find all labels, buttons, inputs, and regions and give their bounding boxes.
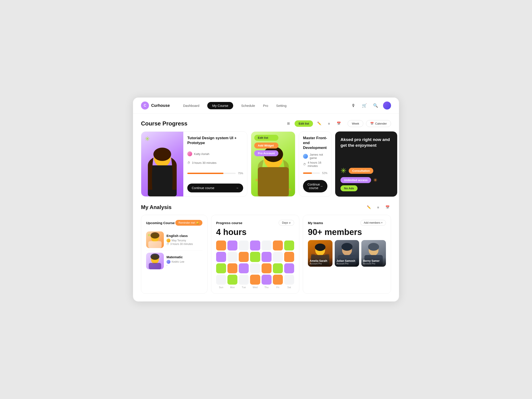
cell-2-3 <box>250 263 260 273</box>
cell-3-1 <box>228 275 237 285</box>
logo[interactable]: C Curhouse <box>141 101 170 109</box>
analysis-controls: ✏️ ≡ 📅 <box>365 204 391 211</box>
course-1-title: Tutorial Design system UI + Prototype <box>187 136 243 146</box>
upcoming-title: Upcoming Course <box>146 221 175 225</box>
member-card-0: Amelia Saraih Account Pro <box>308 240 332 267</box>
nav-dashboard[interactable]: Dashboard <box>183 104 199 108</box>
header: C Curhouse Dashboard My Course Schedule … <box>133 98 399 114</box>
course-1-duration: 3 hours 30 minutes <box>192 161 216 165</box>
upcoming-item-1-info: Matematic Kedric Lee - <box>166 255 184 267</box>
upcoming-item-1-author: Kedric Lee <box>166 260 184 264</box>
day-label-sat: Sat <box>284 286 294 289</box>
analysis-header: My Analysis ✏️ ≡ 📅 <box>141 204 391 211</box>
continue-btn-3-label: Continue course <box>307 183 320 190</box>
search-icon[interactable]: 🔍 <box>372 102 379 109</box>
course-progress-header: Course Progress ⊞ Edit list ✏️ ≡ 📅 Week … <box>141 120 391 127</box>
cell-2-4 <box>262 263 272 273</box>
members-grid: Amelia Saraih Account Pro <box>308 240 386 267</box>
nav-my-course[interactable]: My Course <box>207 102 233 109</box>
progress-course-header: Progress course Days ∨ <box>216 220 294 226</box>
logo-icon: C <box>141 101 149 109</box>
analysis-calendar-icon[interactable]: 📅 <box>384 204 391 211</box>
progress-bar-bg-1 <box>187 173 236 174</box>
deco-star-1: ✳ <box>145 135 150 143</box>
reminder-button[interactable]: Reminder me! 🔔 <box>175 220 202 226</box>
course-3-title: Master Front-end Development <box>303 136 327 150</box>
svg-point-14 <box>315 244 325 251</box>
week-button[interactable]: Week <box>348 120 363 127</box>
course-card-dark: Aksed pro right now and get the enjoymen… <box>335 132 397 197</box>
arrow-icon-1: → <box>236 186 239 190</box>
days-filter-button[interactable]: Days ∨ <box>279 220 294 226</box>
continue-btn-1[interactable]: Continue course → <box>187 184 243 192</box>
cell-2-6 <box>284 263 294 273</box>
heatmap-labels: Sun Mon Tue Wed Thu Fri Sat <box>216 286 294 289</box>
teams-header: My teams Add members + <box>308 220 386 226</box>
edit-list-button[interactable]: Edit list <box>295 120 313 127</box>
nav-pro[interactable]: Pro <box>263 104 268 108</box>
cart-icon[interactable]: 🛒 <box>361 102 368 109</box>
progress-course-card: Progress course Days ∨ 4 hours <box>211 215 299 294</box>
nav-schedule[interactable]: Schedule <box>241 104 255 108</box>
day-label-wed: Wed <box>250 286 260 289</box>
cell-0-0 <box>216 241 226 250</box>
course-card-1-image: ✳ <box>141 132 183 196</box>
add-members-button[interactable]: Add members + <box>361 220 386 226</box>
upcoming-header: Upcoming Course Reminder me! 🔔 <box>146 220 202 226</box>
svg-point-2 <box>153 148 171 161</box>
member-0-role: Account Pro <box>310 262 331 265</box>
day-label-fri: Fri <box>273 286 283 289</box>
analysis-title: My Analysis <box>141 204 171 210</box>
app-container: C Curhouse Dashboard My Course Schedule … <box>133 98 399 301</box>
teams-card: My teams Add members + 90+ members <box>303 215 391 294</box>
cell-3-5 <box>273 275 283 285</box>
avatar-image <box>383 101 391 109</box>
cell-2-0 <box>216 263 226 273</box>
course-1-avatar <box>187 151 192 156</box>
svg-point-11 <box>151 253 159 260</box>
cell-1-4 <box>262 252 272 262</box>
day-label-tue: Tue <box>239 286 249 289</box>
mic-icon[interactable]: 🎙 <box>350 102 357 109</box>
user-avatar[interactable] <box>383 101 391 109</box>
person-thumb-1 <box>146 253 164 269</box>
cell-3-4 <box>262 275 272 285</box>
analysis-edit-icon[interactable]: ✏️ <box>365 204 372 211</box>
course-1-pct: 75% <box>238 172 243 175</box>
calendar-button[interactable]: 📅 Calender <box>366 120 391 127</box>
main-nav: Dashboard My Course Schedule Pro Setting <box>183 102 350 109</box>
edit-icon[interactable]: ✏️ <box>316 120 323 127</box>
dark-card-title: Aksed pro right now and get the enjoymen… <box>341 137 392 148</box>
member-card-2: Berny Samer Account Pro <box>361 240 386 267</box>
cell-0-6 <box>284 241 294 250</box>
filter-icon[interactable]: ≡ <box>325 120 332 127</box>
mini-avatar-0 <box>166 239 171 242</box>
main-content: Course Progress ⊞ Edit list ✏️ ≡ 📅 Week … <box>133 114 399 300</box>
cell-0-5 <box>273 241 283 250</box>
course-1-author-row: Katty Asriah <box>187 151 243 156</box>
upcoming-thumb-0: ✳ <box>146 231 164 248</box>
member-overlay-0: Amelia Saraih Account Pro <box>308 258 332 267</box>
member-overlay-2: Berny Samer Account Pro <box>361 258 386 267</box>
nav-setting[interactable]: Setting <box>276 104 287 108</box>
cell-1-3 <box>250 252 260 262</box>
cell-0-3 <box>250 241 260 250</box>
cell-3-6 <box>284 275 294 285</box>
calendar-icon-small[interactable]: 📅 <box>335 120 342 127</box>
svg-rect-10 <box>149 263 161 269</box>
upcoming-item-0-duration: ⏱ 3 hours 30 minutes <box>166 242 193 246</box>
member-1-role: Account Pro <box>336 262 358 265</box>
person-thumb-0 <box>146 231 164 248</box>
arrow-icon-3: → <box>320 184 323 188</box>
progress-bar-fill-1 <box>187 173 223 174</box>
logo-name: Curhouse <box>151 103 170 108</box>
grid-icon[interactable]: ⊞ <box>285 120 292 127</box>
analysis-filter-icon[interactable]: ≡ <box>375 204 382 211</box>
cell-2-5 <box>273 263 283 273</box>
continue-btn-1-label: Continue course <box>192 186 214 190</box>
upcoming-item-1-name: Matematic <box>166 255 184 259</box>
calendar-label: Calender <box>375 122 387 125</box>
member-2-role: Account Pro <box>363 262 384 265</box>
upcoming-item-0-name: English class <box>166 234 193 238</box>
continue-btn-3[interactable]: Continue course → <box>303 180 327 192</box>
